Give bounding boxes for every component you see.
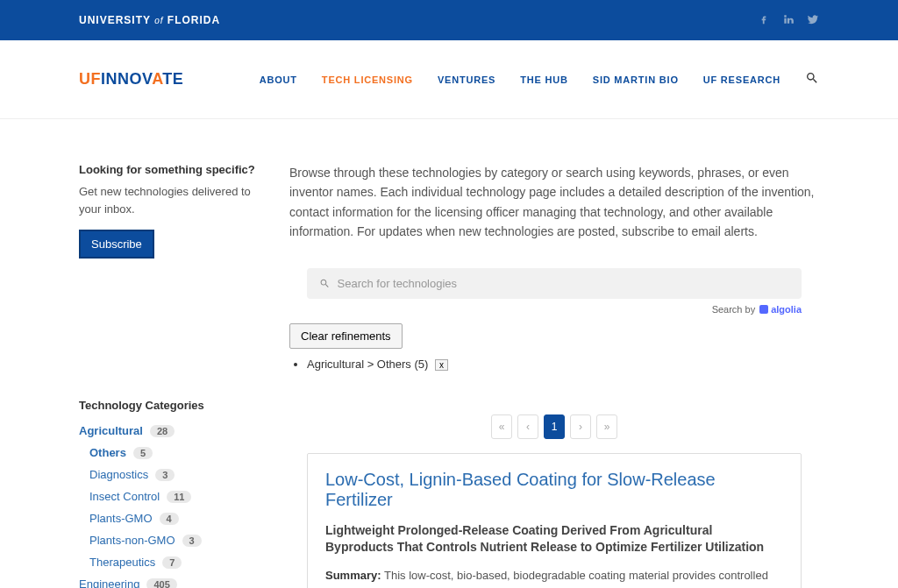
social-links [758,13,819,28]
category-link[interactable]: Agricultural [79,424,143,437]
nav-links: ABOUT TECH LICENSING VENTURES THE HUB SI… [260,71,819,88]
category-count: 7 [162,556,182,569]
category-count: 28 [150,425,175,437]
category-link[interactable]: Engineering [79,577,139,588]
page-1[interactable]: 1 [544,414,565,439]
category-item: Engineering405 [79,577,263,588]
content: Looking for something specific? Get new … [0,119,898,588]
category-item: Plants-GMO4 [79,512,263,525]
search-input[interactable] [338,277,790,290]
category-count: 3 [155,469,175,481]
nav-about[interactable]: ABOUT [260,74,297,85]
filter-item: Agricultural > Others (5) x [307,358,819,371]
twitter-icon[interactable] [807,13,819,28]
logo[interactable]: UFINNOVATE [79,70,183,89]
search-icon[interactable] [805,71,819,88]
svg-rect-0 [759,305,768,314]
intro-text: Browse through these technologies by cat… [289,163,819,242]
nav-the-hub[interactable]: THE HUB [520,74,568,85]
category-count: 11 [167,491,191,503]
category-link[interactable]: Diagnostics [89,468,148,481]
search-box[interactable] [307,268,802,299]
category-count: 405 [146,578,176,589]
category-item: Others5 [79,446,263,459]
main-panel: Browse through these technologies by cat… [289,163,819,588]
result-title[interactable]: Low-Cost, Lignin-Based Coating for Slow-… [325,470,783,510]
filter-label: Agricultural > Others (5) [307,358,428,371]
nav-uf-research[interactable]: UF RESEARCH [703,74,780,85]
page-first[interactable]: « [491,414,512,439]
result-subtitle: Lightweight Prolonged-Release Coating De… [325,522,783,556]
brand-suffix: FLORIDA [167,14,220,26]
nav-ventures[interactable]: VENTURES [438,74,495,85]
category-link[interactable]: Plants-non-GMO [89,534,175,547]
logo-post: TE [162,70,183,88]
result-card: Low-Cost, Lignin-Based Coating for Slow-… [307,453,802,588]
sidebar: Looking for something specific? Get new … [79,163,263,588]
category-count: 4 [160,513,179,525]
page-last[interactable]: » [596,414,617,439]
sidebar-heading: Looking for something specific? [79,163,263,176]
active-filters: Agricultural > Others (5) x [289,358,819,371]
pagination: « ‹ 1 › » [289,414,819,439]
search-input-icon [319,278,331,289]
logo-innov: INNOV [101,70,152,88]
algolia-attribution: Search by algolia [289,304,819,315]
remove-filter-button[interactable]: x [435,359,448,371]
page-next[interactable]: › [570,414,591,439]
category-link[interactable]: Plants-GMO [89,512,153,525]
category-item: Agricultural28 [79,424,263,437]
category-link[interactable]: Therapeutics [89,556,155,569]
university-brand: UNIVERSITY of FLORIDA [79,14,220,26]
technology-categories: Technology Categories Agricultural28Othe… [79,399,263,588]
categories-heading: Technology Categories [79,399,263,412]
algolia-brand: algolia [759,304,802,315]
linkedin-icon[interactable] [782,13,795,28]
sidebar-text: Get new technologies delivered to your i… [79,183,263,217]
category-item: Plants-non-GMO3 [79,534,263,547]
category-item: Therapeutics7 [79,556,263,569]
subscribe-button[interactable]: Subscribe [79,230,154,259]
nav-sid-martin[interactable]: SID MARTIN BIO [593,74,679,85]
category-link[interactable]: Others [89,446,126,459]
facebook-icon[interactable] [758,13,770,28]
page-prev[interactable]: ‹ [517,414,538,439]
category-count: 5 [133,447,153,459]
summary-text: This low-cost, bio-based, biodegradable … [325,569,779,588]
top-bar: UNIVERSITY of FLORIDA [0,0,898,40]
main-nav: UFINNOVATE ABOUT TECH LICENSING VENTURES… [0,40,898,119]
clear-refinements-button[interactable]: Clear refinements [289,323,403,349]
nav-tech-licensing[interactable]: TECH LICENSING [322,74,413,85]
category-item: Insect Control11 [79,490,263,503]
brand-prefix: UNIVERSITY [79,14,151,26]
category-item: Diagnostics3 [79,468,263,481]
algolia-label: Search by [712,304,756,315]
logo-uf: UF [79,70,101,88]
category-link[interactable]: Insect Control [89,490,160,503]
summary-label: Summary: [325,569,381,582]
category-count: 3 [182,535,202,547]
brand-mid: of [154,16,163,25]
result-summary: Summary: This low-cost, bio-based, biode… [325,567,783,588]
logo-a: A [152,70,162,88]
